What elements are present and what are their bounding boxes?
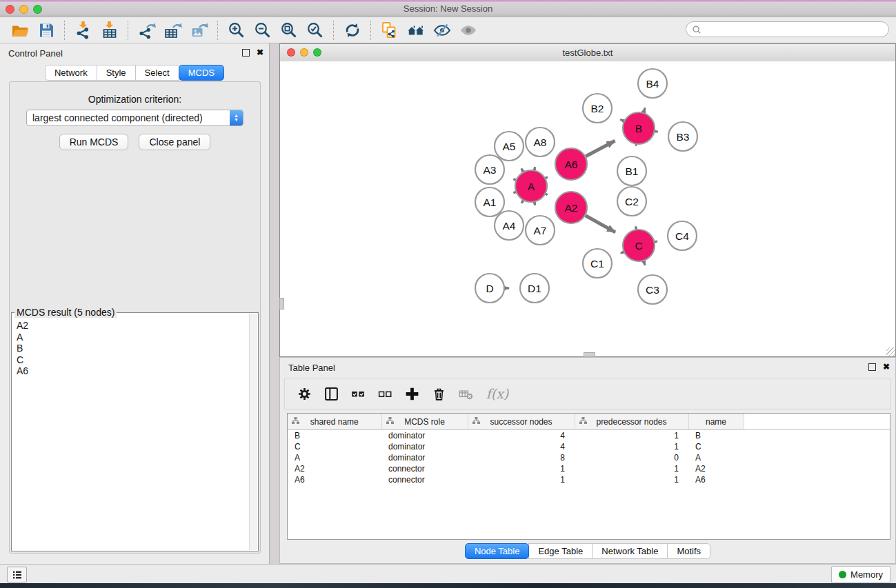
memory-button[interactable]: Memory [831,566,890,583]
deselect-all-button[interactable] [374,383,396,405]
edge-A6-B[interactable] [586,141,615,156]
edge-A-A5[interactable] [521,168,524,172]
graph-node-A6[interactable]: A6 [555,148,587,180]
function-builder-button[interactable]: f(x) [481,383,513,405]
first-neighbors-button[interactable] [403,19,429,41]
zoom-selected-button[interactable] [302,19,328,41]
graph-node-A[interactable]: A [515,170,547,202]
float-table-panel-icon[interactable] [868,363,876,371]
edge-C-C4[interactable] [655,241,657,242]
edge-C-C1[interactable] [621,252,624,254]
task-history-button[interactable] [7,567,27,582]
edge-A-A3[interactable] [513,179,515,180]
edge-A-A8[interactable] [535,167,535,170]
float-panel-icon[interactable] [242,49,250,57]
tab-mcds[interactable]: MCDS [179,65,224,81]
edge-A2-C[interactable] [586,216,615,232]
column-header-predecessor-nodes[interactable]: predecessor nodes [575,414,688,430]
search-field[interactable] [686,21,889,37]
tab-motifs[interactable]: Motifs [667,543,710,559]
table-cell[interactable]: A2 [288,463,381,474]
table-row[interactable]: A2connector11A2 [288,463,890,474]
apply-layout-button[interactable] [339,19,366,41]
run-mcds-button[interactable]: Run MCDS [59,134,129,150]
table-cell[interactable]: dominator [381,430,468,442]
network-canvas[interactable]: B4B2BB3A5A8A6A3B1AA1C2A2A4A7C4CC1C3DD1 [280,61,895,356]
table-cell[interactable]: A6 [688,474,744,485]
close-table-panel-icon[interactable]: ✖ [883,363,890,371]
table-cell[interactable]: connector [381,463,468,474]
graph-node-A8[interactable]: A8 [526,128,555,156]
graph-node-A5[interactable]: A5 [495,132,524,161]
export-image-button[interactable] [186,19,212,41]
column-header-successor-nodes[interactable]: successor nodes [468,414,575,430]
table-cell[interactable]: 1 [468,474,575,485]
canvas-handle-bottom[interactable] [584,352,595,357]
table-cell[interactable]: C [688,441,744,452]
export-network-button[interactable] [134,19,160,41]
table-cell[interactable]: 1 [575,430,688,442]
graph-node-A7[interactable]: A7 [526,216,555,245]
table-row[interactable]: Bdominator41B [288,430,890,442]
table-cell[interactable]: A [688,452,744,463]
edge-A-A2[interactable] [546,194,547,194]
result-list-item[interactable]: A2 [12,320,250,332]
zoom-in-button[interactable] [223,19,250,41]
table-row[interactable]: A6connector11A6 [288,474,890,485]
edge-B-B2[interactable] [620,119,624,121]
result-list-item[interactable]: A6 [12,365,250,377]
tab-network-table[interactable]: Network Table [592,543,668,559]
table-cell[interactable]: 1 [575,463,688,474]
new-network-from-selection-button[interactable] [377,19,403,41]
import-network-button[interactable] [70,19,97,41]
table-cell[interactable]: 4 [468,430,575,442]
show-column-button[interactable] [320,383,342,405]
import-table-button[interactable] [97,19,123,41]
table-cell[interactable]: A6 [288,474,381,485]
delete-table-button[interactable] [455,383,477,405]
zoom-fit-button[interactable] [276,19,302,41]
export-table-button[interactable] [160,19,186,41]
delete-column-button[interactable] [428,383,450,405]
edge-B-B4[interactable] [644,108,645,112]
edge-C-C2[interactable] [636,227,637,230]
graph-node-B3[interactable]: B3 [668,122,697,151]
graph-node-B1[interactable]: B1 [617,156,646,185]
table-cell[interactable]: connector [381,474,468,485]
edge-A-A6[interactable] [546,177,548,179]
result-list-item[interactable]: A [12,332,250,343]
graph-node-A3[interactable]: A3 [475,155,504,184]
column-header-MCDS-role[interactable]: MCDS role [381,414,468,430]
graph-node-C3[interactable]: C3 [638,275,667,304]
column-header-shared-name[interactable]: shared name [288,414,381,430]
edge-B-B3[interactable] [655,131,658,132]
tab-style[interactable]: Style [97,65,136,81]
search-input[interactable] [705,23,883,35]
graph-node-C4[interactable]: C4 [668,221,697,250]
graph-node-A2[interactable]: A2 [555,192,587,223]
edge-A-A1[interactable] [514,192,516,193]
graph-node-B[interactable]: B [623,112,655,144]
table-cell[interactable]: A2 [688,463,744,474]
zoom-out-button[interactable] [250,19,276,41]
edge-A-A4[interactable] [521,201,523,203]
select-all-button[interactable] [347,383,369,405]
result-list-item[interactable]: B [12,343,250,354]
criterion-select[interactable]: largest connected component (directed) ▲… [26,110,243,126]
graph-node-D[interactable]: D [475,274,504,303]
graph-node-B2[interactable]: B2 [583,94,612,123]
hide-selected-button[interactable] [429,19,455,41]
tab-select[interactable]: Select [135,65,179,81]
edge-C-C3[interactable] [644,261,645,265]
column-header-name[interactable]: name [688,414,744,430]
graph-node-D1[interactable]: D1 [520,274,549,303]
table-cell[interactable]: dominator [381,441,468,452]
table-cell[interactable]: A [288,452,381,463]
table-cell[interactable]: C [288,441,381,452]
tab-network[interactable]: Network [45,65,97,81]
save-session-button[interactable] [33,19,59,41]
close-panel-icon[interactable]: ✖ [257,48,263,57]
open-session-button[interactable] [7,19,33,41]
table-settings-button[interactable] [293,383,315,405]
table-cell[interactable]: B [288,430,381,442]
